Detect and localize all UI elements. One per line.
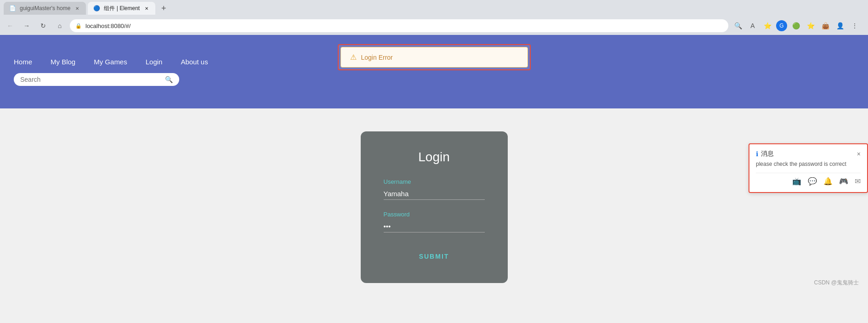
nav-link-login[interactable]: Login xyxy=(146,58,163,66)
notif-game-icon[interactable]: 🎮 xyxy=(839,177,848,186)
browser-notification: ℹ 消息 × please check the password is corr… xyxy=(749,143,868,193)
submit-button[interactable]: SUBMIT xyxy=(419,253,449,260)
notif-title-row: ℹ 消息 xyxy=(756,150,774,158)
warning-icon: ⚠ xyxy=(350,53,357,62)
tab2-favicon: 🔵 xyxy=(93,5,100,11)
tab1-favicon: 📄 xyxy=(9,5,16,11)
search-input[interactable] xyxy=(20,76,161,83)
notif-tv-icon[interactable]: 📺 xyxy=(792,177,801,186)
browser-chrome: 📄 guiguiMaster's home ✕ 🔵 组件 | Element ✕… xyxy=(0,0,868,35)
bookmark-icon[interactable]: ⭐ xyxy=(805,20,817,32)
login-error-alert: ⚠ Login Error xyxy=(340,47,528,68)
lock-icon: 🔒 xyxy=(75,23,82,29)
search-toolbar-icon[interactable]: 🔍 xyxy=(732,20,744,32)
reader-icon[interactable]: A xyxy=(747,20,759,32)
tab-2[interactable]: 🔵 组件 | Element ✕ xyxy=(88,2,155,15)
search-bar[interactable]: 🔍 xyxy=(14,73,179,86)
password-input[interactable] xyxy=(384,221,485,232)
username-field: Username xyxy=(384,178,485,200)
username-input[interactable] xyxy=(384,188,485,200)
search-icon: 🔍 xyxy=(165,76,173,83)
password-label: Password xyxy=(384,211,485,218)
watermark: CSDN @鬼鬼骑士 xyxy=(814,279,859,287)
login-title: Login xyxy=(418,150,450,164)
login-card: Login Username Password SUBMIT xyxy=(361,131,508,283)
notif-title: 消息 xyxy=(761,150,774,158)
account-icon[interactable]: 👤 xyxy=(834,20,846,32)
notif-bell-icon[interactable]: 🔔 xyxy=(823,177,833,186)
profile-icon[interactable]: G xyxy=(776,20,787,31)
tab-bar: 📄 guiguiMaster's home ✕ 🔵 组件 | Element ✕… xyxy=(0,0,868,17)
notif-header: ℹ 消息 × xyxy=(756,150,861,158)
nav-link-myblog[interactable]: My Blog xyxy=(51,58,75,66)
tab2-label: 组件 | Element xyxy=(104,5,140,12)
back-button[interactable]: ← xyxy=(4,19,17,32)
app-navbar: Home My Blog My Games Login About us 🔍 ⚠… xyxy=(0,35,868,108)
notif-chat-icon[interactable]: 💬 xyxy=(808,177,817,186)
nav-link-home[interactable]: Home xyxy=(14,58,32,66)
reload-button[interactable]: ↻ xyxy=(37,19,50,32)
nav-link-aboutus[interactable]: About us xyxy=(181,58,208,66)
username-label: Username xyxy=(384,178,485,185)
wallet-icon[interactable]: 👜 xyxy=(819,20,831,32)
login-error-text: Login Error xyxy=(361,54,393,61)
wechat-icon[interactable]: 🟢 xyxy=(790,20,802,32)
forward-button[interactable]: → xyxy=(20,19,33,32)
notif-close-button[interactable]: × xyxy=(857,150,861,158)
new-tab-button[interactable]: + xyxy=(157,2,170,15)
page-body: Login Username Password SUBMIT ℹ 消息 × pl… xyxy=(0,108,868,292)
password-field: Password xyxy=(384,211,485,232)
address-text: localhost:8080/#/ xyxy=(85,23,130,29)
notif-mail-icon[interactable]: ✉ xyxy=(855,177,861,186)
menu-icon[interactable]: ⋮ xyxy=(849,20,861,32)
extensions-icon[interactable]: ⭐ xyxy=(761,20,773,32)
home-button[interactable]: ⌂ xyxy=(53,19,66,32)
address-bar-row: ← → ↻ ⌂ 🔒 localhost:8080/#/ 🔍 A ⭐ G 🟢 ⭐ … xyxy=(0,17,868,35)
notif-icons-row: 📺 💬 🔔 🎮 ✉ xyxy=(756,173,861,186)
login-error-overlay: ⚠ Login Error xyxy=(338,44,531,70)
browser-toolbar: 🔍 A ⭐ G 🟢 ⭐ 👜 👤 ⋮ xyxy=(732,20,861,32)
nav-link-mygames[interactable]: My Games xyxy=(94,58,127,66)
address-bar[interactable]: 🔒 localhost:8080/#/ xyxy=(70,19,728,32)
tab-1[interactable]: 📄 guiguiMaster's home ✕ xyxy=(4,2,86,15)
tab2-close[interactable]: ✕ xyxy=(143,5,150,11)
tab1-close[interactable]: ✕ xyxy=(74,5,80,11)
notif-info-icon: ℹ xyxy=(756,150,758,158)
notif-body: please check the password is correct xyxy=(756,161,861,167)
tab1-label: guiguiMaster's home xyxy=(20,5,70,11)
